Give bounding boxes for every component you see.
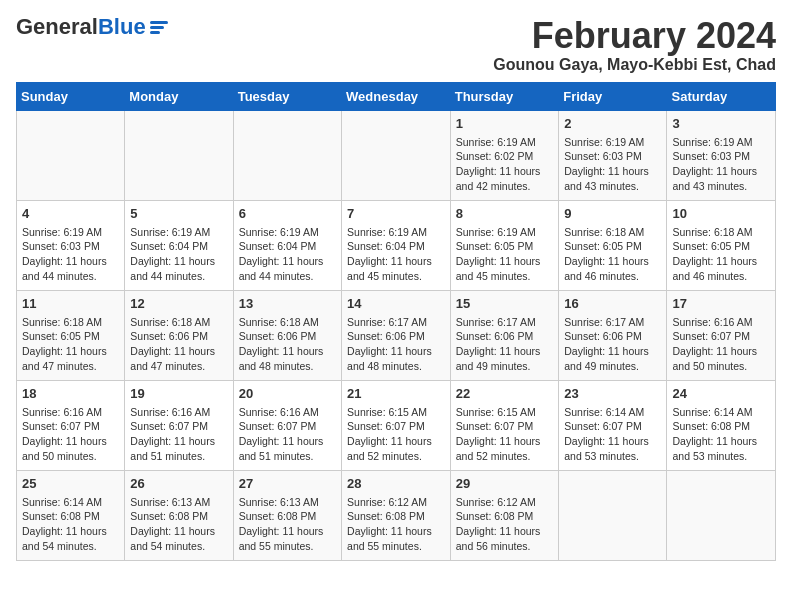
day-info: Sunrise: 6:17 AM (347, 315, 445, 330)
day-info: Daylight: 11 hours (130, 434, 227, 449)
weekday-header: Friday (559, 82, 667, 110)
day-number: 2 (564, 115, 661, 133)
day-info: Daylight: 11 hours (347, 434, 445, 449)
day-info: Sunrise: 6:15 AM (456, 405, 553, 420)
day-info: Sunset: 6:04 PM (239, 239, 336, 254)
calendar-cell (125, 110, 233, 200)
day-info: Sunrise: 6:13 AM (239, 495, 336, 510)
day-info: Daylight: 11 hours (456, 434, 553, 449)
day-info: and 48 minutes. (239, 359, 336, 374)
day-number: 6 (239, 205, 336, 223)
day-info: Sunset: 6:04 PM (347, 239, 445, 254)
day-info: and 54 minutes. (130, 539, 227, 554)
day-info: Sunrise: 6:16 AM (672, 315, 770, 330)
day-info: Sunrise: 6:14 AM (22, 495, 119, 510)
day-info: Sunrise: 6:15 AM (347, 405, 445, 420)
day-info: Sunrise: 6:13 AM (130, 495, 227, 510)
calendar-week: 11Sunrise: 6:18 AMSunset: 6:05 PMDayligh… (17, 290, 776, 380)
day-info: Daylight: 11 hours (130, 524, 227, 539)
day-info: and 52 minutes. (456, 449, 553, 464)
day-info: Sunset: 6:06 PM (130, 329, 227, 344)
day-info: and 44 minutes. (22, 269, 119, 284)
calendar-cell: 6Sunrise: 6:19 AMSunset: 6:04 PMDaylight… (233, 200, 341, 290)
day-info: Sunrise: 6:17 AM (564, 315, 661, 330)
day-number: 8 (456, 205, 553, 223)
day-number: 9 (564, 205, 661, 223)
calendar-cell: 23Sunrise: 6:14 AMSunset: 6:07 PMDayligh… (559, 380, 667, 470)
day-number: 5 (130, 205, 227, 223)
calendar-table: SundayMondayTuesdayWednesdayThursdayFrid… (16, 82, 776, 561)
calendar-cell: 19Sunrise: 6:16 AMSunset: 6:07 PMDayligh… (125, 380, 233, 470)
day-info: Sunrise: 6:16 AM (22, 405, 119, 420)
day-number: 14 (347, 295, 445, 313)
subtitle: Gounou Gaya, Mayo-Kebbi Est, Chad (493, 56, 776, 74)
day-info: Sunset: 6:07 PM (456, 419, 553, 434)
day-info: Sunset: 6:05 PM (564, 239, 661, 254)
day-info: Sunrise: 6:19 AM (347, 225, 445, 240)
day-info: Sunrise: 6:18 AM (672, 225, 770, 240)
day-number: 21 (347, 385, 445, 403)
logo: GeneralBlue (16, 16, 168, 38)
day-number: 7 (347, 205, 445, 223)
day-number: 22 (456, 385, 553, 403)
calendar-cell: 16Sunrise: 6:17 AMSunset: 6:06 PMDayligh… (559, 290, 667, 380)
day-info: Daylight: 11 hours (672, 254, 770, 269)
day-info: Sunset: 6:08 PM (347, 509, 445, 524)
day-info: and 44 minutes. (130, 269, 227, 284)
calendar-cell: 13Sunrise: 6:18 AMSunset: 6:06 PMDayligh… (233, 290, 341, 380)
day-number: 13 (239, 295, 336, 313)
calendar-cell: 24Sunrise: 6:14 AMSunset: 6:08 PMDayligh… (667, 380, 776, 470)
day-info: and 43 minutes. (672, 179, 770, 194)
calendar-week: 4Sunrise: 6:19 AMSunset: 6:03 PMDaylight… (17, 200, 776, 290)
day-info: Sunset: 6:03 PM (672, 149, 770, 164)
day-number: 19 (130, 385, 227, 403)
day-info: Sunrise: 6:19 AM (239, 225, 336, 240)
day-info: and 55 minutes. (347, 539, 445, 554)
day-number: 25 (22, 475, 119, 493)
calendar-cell: 22Sunrise: 6:15 AMSunset: 6:07 PMDayligh… (450, 380, 558, 470)
calendar-cell: 10Sunrise: 6:18 AMSunset: 6:05 PMDayligh… (667, 200, 776, 290)
day-info: Daylight: 11 hours (564, 164, 661, 179)
title-area: February 2024 Gounou Gaya, Mayo-Kebbi Es… (493, 16, 776, 74)
calendar-cell: 18Sunrise: 6:16 AMSunset: 6:07 PMDayligh… (17, 380, 125, 470)
day-info: Sunrise: 6:18 AM (239, 315, 336, 330)
day-info: Daylight: 11 hours (564, 434, 661, 449)
day-info: Sunset: 6:06 PM (239, 329, 336, 344)
calendar-cell: 28Sunrise: 6:12 AMSunset: 6:08 PMDayligh… (342, 470, 451, 560)
weekday-header: Monday (125, 82, 233, 110)
calendar-week: 18Sunrise: 6:16 AMSunset: 6:07 PMDayligh… (17, 380, 776, 470)
day-number: 4 (22, 205, 119, 223)
day-info: and 51 minutes. (130, 449, 227, 464)
day-info: Sunrise: 6:18 AM (564, 225, 661, 240)
day-info: Daylight: 11 hours (347, 524, 445, 539)
day-info: Sunset: 6:07 PM (130, 419, 227, 434)
calendar-cell: 3Sunrise: 6:19 AMSunset: 6:03 PMDaylight… (667, 110, 776, 200)
day-info: Daylight: 11 hours (239, 254, 336, 269)
day-info: Sunset: 6:06 PM (564, 329, 661, 344)
day-info: Sunrise: 6:14 AM (564, 405, 661, 420)
day-info: and 43 minutes. (564, 179, 661, 194)
day-info: Daylight: 11 hours (22, 524, 119, 539)
day-info: Daylight: 11 hours (22, 254, 119, 269)
day-info: Sunrise: 6:19 AM (456, 225, 553, 240)
day-number: 24 (672, 385, 770, 403)
day-info: and 48 minutes. (347, 359, 445, 374)
day-info: Daylight: 11 hours (456, 254, 553, 269)
day-number: 1 (456, 115, 553, 133)
day-info: Daylight: 11 hours (239, 344, 336, 359)
day-info: Sunrise: 6:12 AM (347, 495, 445, 510)
calendar-cell: 2Sunrise: 6:19 AMSunset: 6:03 PMDaylight… (559, 110, 667, 200)
calendar-cell: 20Sunrise: 6:16 AMSunset: 6:07 PMDayligh… (233, 380, 341, 470)
day-info: Daylight: 11 hours (564, 344, 661, 359)
calendar-header: SundayMondayTuesdayWednesdayThursdayFrid… (17, 82, 776, 110)
day-info: Sunrise: 6:19 AM (456, 135, 553, 150)
day-info: Sunset: 6:07 PM (672, 329, 770, 344)
day-number: 27 (239, 475, 336, 493)
weekday-header: Wednesday (342, 82, 451, 110)
day-info: and 42 minutes. (456, 179, 553, 194)
day-info: Sunrise: 6:19 AM (130, 225, 227, 240)
day-info: Daylight: 11 hours (130, 344, 227, 359)
weekday-header: Sunday (17, 82, 125, 110)
day-info: Sunset: 6:03 PM (564, 149, 661, 164)
calendar-cell: 5Sunrise: 6:19 AMSunset: 6:04 PMDaylight… (125, 200, 233, 290)
